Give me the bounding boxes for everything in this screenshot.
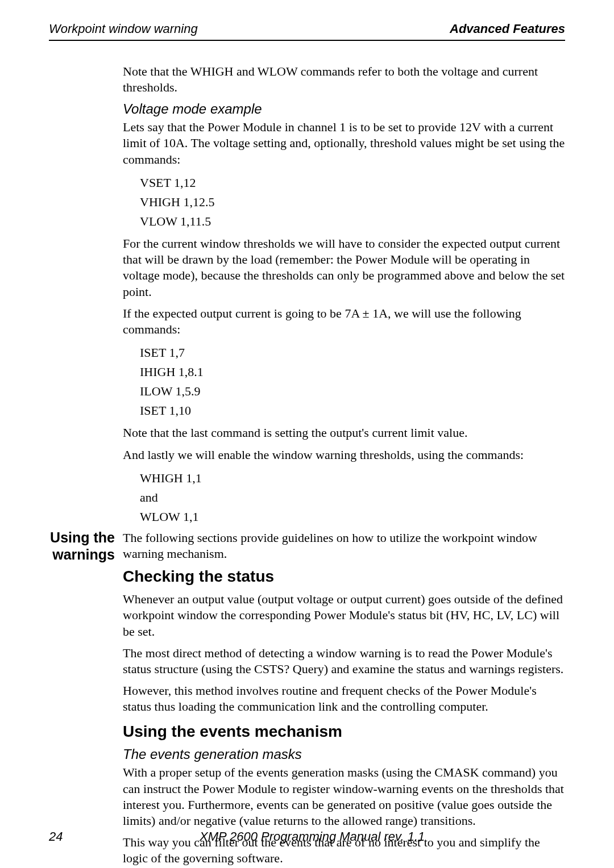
cmd-line: ISET 1,10 [140, 401, 565, 420]
cmd-block-3: WHIGH 1,1 and WLOW 1,1 [140, 469, 565, 527]
content-block-1: Note that the WHIGH and WLOW commands re… [123, 64, 565, 527]
cmd-line: WHIGH 1,1 [140, 469, 565, 488]
checking-p3: However, this method involves routine an… [123, 683, 565, 715]
events-p1: With a proper setup of the events genera… [123, 765, 565, 829]
cmd-line: IHIGH 1,8.1 [140, 362, 565, 382]
checking-status-heading: Checking the status [123, 567, 565, 586]
page: Workpoint window warning Advanced Featur… [0, 0, 614, 868]
page-header: Workpoint window warning Advanced Featur… [49, 22, 565, 36]
voltage-p3: If the expected output current is going … [123, 306, 565, 337]
checking-p2: The most direct method of detecting a wi… [123, 645, 565, 677]
using-warnings-intro: The following sections provide guideline… [123, 530, 565, 562]
voltage-mode-heading: Voltage mode example [123, 101, 565, 117]
cmd-line: WLOW 1,1 [140, 507, 565, 527]
header-right: Advanced Features [450, 22, 565, 36]
cmd-block-2: ISET 1,7 IHIGH 1,8.1 ILOW 1,5.9 ISET 1,1… [140, 343, 565, 420]
cmd-line: and [140, 488, 565, 507]
footer-title: XMP 2600 Programming Manual rev. 1.1 [200, 829, 425, 844]
cmd-line: ILOW 1,5.9 [140, 382, 565, 401]
cmd-line: VHIGH 1,12.5 [140, 193, 565, 212]
side-label-line2: warnings [49, 546, 115, 563]
events-heading: Using the events mechanism [123, 723, 565, 741]
cmd-line: VSET 1,12 [140, 173, 565, 193]
voltage-p1: Lets say that the Power Module in channe… [123, 119, 565, 167]
cmd-line: VLOW 1,11.5 [140, 212, 565, 231]
intro-note: Note that the WHIGH and WLOW commands re… [123, 64, 565, 95]
side-label-using-warnings: Using the warnings [49, 529, 123, 563]
using-warnings-row: Using the warnings The following section… [49, 530, 565, 868]
events-subhead: The events generation masks [123, 746, 565, 762]
side-label-line1: Using the [49, 529, 115, 546]
voltage-p2: For the current window thresholds we wil… [123, 236, 565, 300]
header-left: Workpoint window warning [49, 22, 198, 36]
voltage-p4: Note that the last command is setting th… [123, 425, 565, 441]
checking-p1: Whenever an output value (output voltage… [123, 591, 565, 639]
using-warnings-body: The following sections provide guideline… [123, 530, 565, 868]
page-footer: 24 XMP 2600 Programming Manual rev. 1.1 … [49, 829, 565, 844]
voltage-p5: And lastly we will enable the window war… [123, 447, 565, 463]
page-number: 24 [49, 829, 63, 844]
cmd-line: ISET 1,7 [140, 343, 565, 362]
header-rule [49, 40, 565, 41]
cmd-block-1: VSET 1,12 VHIGH 1,12.5 VLOW 1,11.5 [140, 173, 565, 231]
